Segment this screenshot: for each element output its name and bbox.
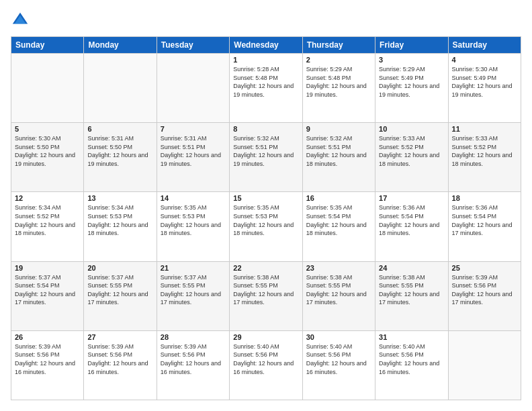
calendar-cell: 26 Sunrise: 5:39 AMSunset: 5:56 PMDaylig… <box>11 330 84 400</box>
calendar-cell <box>84 54 157 123</box>
day-number: 24 <box>379 264 444 272</box>
day-number: 17 <box>379 194 444 202</box>
calendar-cell: 9 Sunrise: 5:32 AMSunset: 5:51 PMDayligh… <box>302 123 375 192</box>
day-number: 20 <box>87 264 152 272</box>
calendar-cell: 2 Sunrise: 5:29 AMSunset: 5:48 PMDayligh… <box>302 54 375 123</box>
day-number: 14 <box>161 194 226 202</box>
header-sunday: Sunday <box>11 37 84 54</box>
calendar-cell: 11 Sunrise: 5:33 AMSunset: 5:52 PMDaylig… <box>448 123 521 192</box>
day-info: Sunrise: 5:30 AMSunset: 5:49 PMDaylight:… <box>452 65 517 99</box>
header <box>11 11 521 30</box>
calendar-cell: 25 Sunrise: 5:39 AMSunset: 5:56 PMDaylig… <box>448 261 521 330</box>
calendar-cell: 18 Sunrise: 5:36 AMSunset: 5:54 PMDaylig… <box>448 192 521 261</box>
header-monday: Monday <box>84 37 157 54</box>
day-info: Sunrise: 5:38 AMSunset: 5:55 PMDaylight:… <box>233 273 298 307</box>
day-info: Sunrise: 5:33 AMSunset: 5:52 PMDaylight:… <box>452 134 517 168</box>
day-info: Sunrise: 5:29 AMSunset: 5:49 PMDaylight:… <box>379 65 444 99</box>
day-number: 23 <box>306 264 371 272</box>
calendar-week-3: 12 Sunrise: 5:34 AMSunset: 5:52 PMDaylig… <box>11 192 521 261</box>
day-info: Sunrise: 5:39 AMSunset: 5:56 PMDaylight:… <box>452 273 517 307</box>
day-number: 22 <box>233 264 298 272</box>
calendar-week-1: 1 Sunrise: 5:28 AMSunset: 5:48 PMDayligh… <box>11 54 521 123</box>
calendar-cell: 29 Sunrise: 5:40 AMSunset: 5:56 PMDaylig… <box>230 330 302 400</box>
calendar-cell: 4 Sunrise: 5:30 AMSunset: 5:49 PMDayligh… <box>448 54 521 123</box>
day-info: Sunrise: 5:36 AMSunset: 5:54 PMDaylight:… <box>452 203 517 237</box>
calendar-cell: 1 Sunrise: 5:28 AMSunset: 5:48 PMDayligh… <box>230 54 302 123</box>
calendar-cell: 24 Sunrise: 5:38 AMSunset: 5:55 PMDaylig… <box>375 261 448 330</box>
day-info: Sunrise: 5:33 AMSunset: 5:52 PMDaylight:… <box>379 134 444 168</box>
day-number: 15 <box>233 194 298 202</box>
day-number: 19 <box>15 264 80 272</box>
day-info: Sunrise: 5:35 AMSunset: 5:54 PMDaylight:… <box>306 203 371 237</box>
calendar: Sunday Monday Tuesday Wednesday Thursday… <box>11 36 521 400</box>
day-info: Sunrise: 5:32 AMSunset: 5:51 PMDaylight:… <box>306 134 371 168</box>
calendar-cell: 28 Sunrise: 5:39 AMSunset: 5:56 PMDaylig… <box>157 330 229 400</box>
day-info: Sunrise: 5:31 AMSunset: 5:51 PMDaylight:… <box>161 134 226 168</box>
day-number: 1 <box>233 56 298 64</box>
calendar-cell: 27 Sunrise: 5:39 AMSunset: 5:56 PMDaylig… <box>84 330 157 400</box>
logo <box>11 11 32 30</box>
calendar-cell: 21 Sunrise: 5:37 AMSunset: 5:55 PMDaylig… <box>157 261 229 330</box>
calendar-week-4: 19 Sunrise: 5:37 AMSunset: 5:54 PMDaylig… <box>11 261 521 330</box>
calendar-cell: 7 Sunrise: 5:31 AMSunset: 5:51 PMDayligh… <box>157 123 229 192</box>
day-number: 10 <box>379 125 444 133</box>
calendar-cell: 6 Sunrise: 5:31 AMSunset: 5:50 PMDayligh… <box>84 123 157 192</box>
logo-icon <box>11 11 30 30</box>
day-number: 12 <box>15 194 80 202</box>
calendar-cell: 20 Sunrise: 5:37 AMSunset: 5:55 PMDaylig… <box>84 261 157 330</box>
calendar-cell: 3 Sunrise: 5:29 AMSunset: 5:49 PMDayligh… <box>375 54 448 123</box>
day-info: Sunrise: 5:29 AMSunset: 5:48 PMDaylight:… <box>306 65 371 99</box>
calendar-cell: 8 Sunrise: 5:32 AMSunset: 5:51 PMDayligh… <box>230 123 302 192</box>
calendar-cell: 17 Sunrise: 5:36 AMSunset: 5:54 PMDaylig… <box>375 192 448 261</box>
day-info: Sunrise: 5:30 AMSunset: 5:50 PMDaylight:… <box>15 134 80 168</box>
day-number: 11 <box>452 125 517 133</box>
calendar-cell: 23 Sunrise: 5:38 AMSunset: 5:55 PMDaylig… <box>302 261 375 330</box>
page: Sunday Monday Tuesday Wednesday Thursday… <box>0 0 532 411</box>
day-number: 28 <box>161 333 226 341</box>
calendar-cell: 13 Sunrise: 5:34 AMSunset: 5:53 PMDaylig… <box>84 192 157 261</box>
day-number: 3 <box>379 56 444 64</box>
day-info: Sunrise: 5:31 AMSunset: 5:50 PMDaylight:… <box>87 134 152 168</box>
calendar-cell: 22 Sunrise: 5:38 AMSunset: 5:55 PMDaylig… <box>230 261 302 330</box>
calendar-cell: 10 Sunrise: 5:33 AMSunset: 5:52 PMDaylig… <box>375 123 448 192</box>
day-info: Sunrise: 5:39 AMSunset: 5:56 PMDaylight:… <box>15 342 80 376</box>
day-info: Sunrise: 5:34 AMSunset: 5:52 PMDaylight:… <box>15 203 80 237</box>
calendar-cell: 15 Sunrise: 5:35 AMSunset: 5:53 PMDaylig… <box>230 192 302 261</box>
day-number: 29 <box>233 333 298 341</box>
calendar-cell: 16 Sunrise: 5:35 AMSunset: 5:54 PMDaylig… <box>302 192 375 261</box>
calendar-week-5: 26 Sunrise: 5:39 AMSunset: 5:56 PMDaylig… <box>11 330 521 400</box>
day-number: 18 <box>452 194 517 202</box>
calendar-cell: 30 Sunrise: 5:40 AMSunset: 5:56 PMDaylig… <box>302 330 375 400</box>
day-info: Sunrise: 5:40 AMSunset: 5:56 PMDaylight:… <box>306 342 371 376</box>
day-info: Sunrise: 5:39 AMSunset: 5:56 PMDaylight:… <box>161 342 226 376</box>
calendar-cell: 12 Sunrise: 5:34 AMSunset: 5:52 PMDaylig… <box>11 192 84 261</box>
day-number: 30 <box>306 333 371 341</box>
day-info: Sunrise: 5:37 AMSunset: 5:54 PMDaylight:… <box>15 273 80 307</box>
day-info: Sunrise: 5:37 AMSunset: 5:55 PMDaylight:… <box>87 273 152 307</box>
header-saturday: Saturday <box>448 37 521 54</box>
day-info: Sunrise: 5:40 AMSunset: 5:56 PMDaylight:… <box>233 342 298 376</box>
day-number: 16 <box>306 194 371 202</box>
calendar-cell: 19 Sunrise: 5:37 AMSunset: 5:54 PMDaylig… <box>11 261 84 330</box>
day-info: Sunrise: 5:38 AMSunset: 5:55 PMDaylight:… <box>379 273 444 307</box>
calendar-cell <box>11 54 84 123</box>
day-info: Sunrise: 5:37 AMSunset: 5:55 PMDaylight:… <box>161 273 226 307</box>
header-friday: Friday <box>375 37 448 54</box>
day-number: 26 <box>15 333 80 341</box>
day-info: Sunrise: 5:40 AMSunset: 5:56 PMDaylight:… <box>379 342 444 376</box>
header-thursday: Thursday <box>302 37 375 54</box>
day-info: Sunrise: 5:39 AMSunset: 5:56 PMDaylight:… <box>87 342 152 376</box>
day-info: Sunrise: 5:28 AMSunset: 5:48 PMDaylight:… <box>233 65 298 99</box>
calendar-cell <box>448 330 521 400</box>
day-number: 7 <box>161 125 226 133</box>
day-number: 27 <box>87 333 152 341</box>
calendar-cell: 5 Sunrise: 5:30 AMSunset: 5:50 PMDayligh… <box>11 123 84 192</box>
day-number: 5 <box>15 125 80 133</box>
day-number: 31 <box>379 333 444 341</box>
day-info: Sunrise: 5:38 AMSunset: 5:55 PMDaylight:… <box>306 273 371 307</box>
day-info: Sunrise: 5:32 AMSunset: 5:51 PMDaylight:… <box>233 134 298 168</box>
day-number: 4 <box>452 56 517 64</box>
day-info: Sunrise: 5:36 AMSunset: 5:54 PMDaylight:… <box>379 203 444 237</box>
calendar-week-2: 5 Sunrise: 5:30 AMSunset: 5:50 PMDayligh… <box>11 123 521 192</box>
calendar-cell <box>157 54 229 123</box>
